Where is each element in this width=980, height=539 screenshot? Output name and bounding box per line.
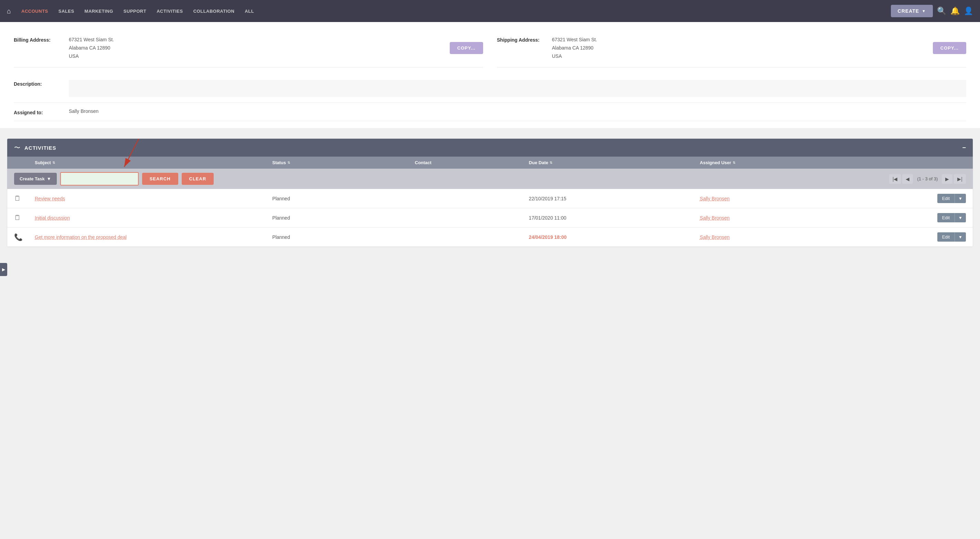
billing-address-label: Billing Address: bbox=[14, 36, 62, 43]
col-subject-header[interactable]: Subject ⇅ bbox=[35, 160, 272, 165]
activities-title: ACTIVITIES bbox=[24, 145, 56, 151]
create-task-button[interactable]: Create Task ▼ bbox=[14, 173, 57, 185]
edit-button[interactable]: Edit bbox=[937, 194, 955, 203]
subject-sort-icon: ⇅ bbox=[52, 161, 55, 164]
call-icon: 📞 bbox=[14, 233, 23, 241]
billing-address-block: Billing Address: 67321 West Siam St. Ala… bbox=[14, 29, 483, 67]
edit-dropdown-button[interactable]: ▼ bbox=[955, 213, 966, 222]
table-row: 🗒 Review needs Planned 22/10/2019 17:15 … bbox=[7, 189, 973, 208]
col-icon-header bbox=[14, 160, 35, 165]
description-area bbox=[69, 80, 966, 97]
edit-button[interactable]: Edit bbox=[937, 232, 955, 242]
shipping-address-label: Shipping Address: bbox=[497, 36, 545, 43]
description-row: Description: bbox=[14, 74, 966, 103]
billing-copy-button[interactable]: COPY... bbox=[450, 42, 483, 54]
address-row: Billing Address: 67321 West Siam St. Ala… bbox=[14, 29, 966, 67]
user-icon[interactable]: 👤 bbox=[964, 6, 973, 16]
subject-link[interactable]: Review needs bbox=[35, 196, 65, 201]
billing-address-text: 67321 West Siam St. Alabama CA 12890 USA bbox=[69, 36, 443, 60]
nav-marketing[interactable]: MARKETING bbox=[81, 6, 117, 16]
row-assigneduser: Sally Bronsen bbox=[700, 215, 871, 221]
activities-panel: 〜 ACTIVITIES − Subject ⇅ Status ⇅ Contac… bbox=[7, 138, 973, 247]
assigneduser-link[interactable]: Sally Bronsen bbox=[700, 196, 730, 201]
row-actions: Edit ▼ bbox=[871, 213, 966, 222]
nav-accounts[interactable]: ACCOUNTS bbox=[17, 6, 52, 16]
row-subject: Get more information on the proposed dea… bbox=[35, 234, 272, 240]
activities-header-left: 〜 ACTIVITIES bbox=[14, 144, 56, 152]
pagination: |◀ ◀ (1 - 3 of 3) ▶ ▶| bbox=[889, 174, 966, 184]
edit-btn-group: Edit ▼ bbox=[937, 232, 966, 242]
row-icon: 🗒 bbox=[14, 214, 35, 222]
create-task-chevron-icon: ▼ bbox=[47, 176, 51, 182]
shipping-copy-button[interactable]: COPY... bbox=[933, 42, 966, 54]
edit-btn-group: Edit ▼ bbox=[937, 194, 966, 203]
row-assigneduser: Sally Bronsen bbox=[700, 196, 871, 201]
row-subject: Review needs bbox=[35, 196, 272, 201]
pagination-prev-button[interactable]: ◀ bbox=[902, 174, 913, 184]
edit-button[interactable]: Edit bbox=[937, 213, 955, 222]
pagination-last-button[interactable]: ▶| bbox=[954, 174, 966, 184]
row-icon: 🗒 bbox=[14, 195, 35, 203]
row-icon: 📞 bbox=[14, 233, 35, 241]
search-input[interactable] bbox=[62, 174, 137, 184]
top-navigation: ⌂ ACCOUNTS SALES MARKETING SUPPORT ACTIV… bbox=[0, 0, 980, 22]
assigned-to-row: Assigned to: Sally Bronsen bbox=[14, 103, 966, 121]
activities-header: 〜 ACTIVITIES − bbox=[7, 139, 973, 156]
row-duedate: 17/01/2020 11:00 bbox=[529, 215, 700, 221]
description-label: Description: bbox=[14, 80, 62, 87]
row-assigneduser: Sally Bronsen bbox=[700, 234, 871, 240]
assigned-to-value: Sally Bronsen bbox=[69, 108, 966, 114]
pagination-info: (1 - 3 of 3) bbox=[914, 176, 940, 182]
subject-link[interactable]: Initial discussion bbox=[35, 215, 70, 221]
table-header-row: Subject ⇅ Status ⇅ Contact Due Date ⇅ As… bbox=[7, 156, 973, 169]
nav-right: CREATE ▼ 🔍 🔔 👤 bbox=[891, 5, 973, 17]
notifications-icon[interactable]: 🔔 bbox=[950, 6, 960, 16]
edit-dropdown-button[interactable]: ▼ bbox=[955, 194, 966, 203]
nav-sales[interactable]: SALES bbox=[54, 6, 78, 16]
main-content: Billing Address: 67321 West Siam St. Ala… bbox=[0, 22, 980, 128]
row-status: Planned bbox=[272, 215, 415, 221]
nav-activities[interactable]: ACTIVITIES bbox=[153, 6, 187, 16]
pagination-first-button[interactable]: |◀ bbox=[889, 174, 901, 184]
table-row: 🗒 Initial discussion Planned 17/01/2020 … bbox=[7, 208, 973, 228]
home-icon[interactable]: ⌂ bbox=[7, 7, 11, 15]
col-assigneduser-header[interactable]: Assigned User ⇅ bbox=[700, 160, 871, 165]
nav-collaboration[interactable]: COLLABORATION bbox=[189, 6, 239, 16]
col-status-header[interactable]: Status ⇅ bbox=[272, 160, 415, 165]
col-contact-header: Contact bbox=[415, 160, 529, 165]
search-button[interactable]: SEARCH bbox=[142, 173, 178, 185]
shipping-address-block: Shipping Address: 67321 West Siam St. Al… bbox=[497, 29, 966, 67]
row-subject: Initial discussion bbox=[35, 215, 272, 221]
assigned-to-label: Assigned to: bbox=[14, 108, 62, 115]
col-duedate-header[interactable]: Due Date ⇅ bbox=[529, 160, 700, 165]
subject-link[interactable]: Get more information on the proposed dea… bbox=[35, 234, 127, 240]
search-toolbar-row: Create Task ▼ SEARCH CLEAR |◀ ◀ (1 - 3 o… bbox=[7, 169, 973, 189]
row-status: Planned bbox=[272, 196, 415, 201]
pagination-next-button[interactable]: ▶ bbox=[942, 174, 953, 184]
row-actions: Edit ▼ bbox=[871, 232, 966, 242]
create-button[interactable]: CREATE ▼ bbox=[891, 5, 933, 17]
chevron-down-icon: ▼ bbox=[922, 9, 926, 13]
search-input-wrapper bbox=[60, 172, 139, 185]
activities-wave-icon: 〜 bbox=[14, 144, 20, 152]
row-status: Planned bbox=[272, 234, 415, 240]
minimize-icon[interactable]: − bbox=[962, 144, 966, 151]
assigneduser-link[interactable]: Sally Bronsen bbox=[700, 234, 730, 240]
search-icon[interactable]: 🔍 bbox=[937, 6, 946, 16]
assigneduser-link[interactable]: Sally Bronsen bbox=[700, 215, 730, 221]
clear-button[interactable]: CLEAR bbox=[182, 173, 214, 185]
nav-items: ACCOUNTS SALES MARKETING SUPPORT ACTIVIT… bbox=[17, 6, 888, 16]
assigneduser-sort-icon: ⇅ bbox=[733, 161, 735, 164]
row-duedate-overdue: 24/04/2019 18:00 bbox=[529, 234, 700, 240]
nav-support[interactable]: SUPPORT bbox=[119, 6, 150, 16]
row-actions: Edit ▼ bbox=[871, 194, 966, 203]
row-duedate: 22/10/2019 17:15 bbox=[529, 196, 700, 201]
address-divider bbox=[483, 29, 497, 67]
nav-all[interactable]: ALL bbox=[240, 6, 258, 16]
task-icon: 🗒 bbox=[14, 214, 21, 221]
duedate-sort-icon: ⇅ bbox=[549, 161, 552, 164]
task-icon: 🗒 bbox=[14, 195, 21, 202]
status-sort-icon: ⇅ bbox=[287, 161, 290, 164]
edit-dropdown-button[interactable]: ▼ bbox=[955, 232, 966, 242]
edit-btn-group: Edit ▼ bbox=[937, 213, 966, 222]
